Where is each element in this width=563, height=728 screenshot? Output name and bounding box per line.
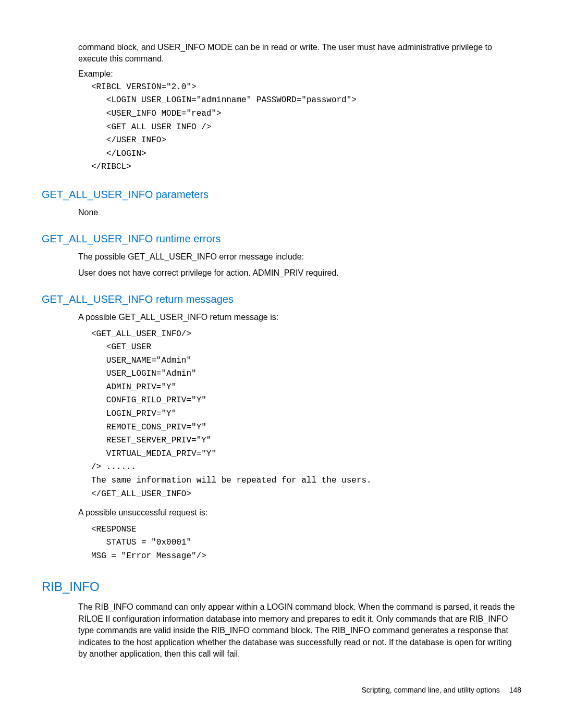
- heading-return-messages: GET_ALL_USER_INFO return messages: [42, 293, 521, 305]
- return-p1: A possible GET_ALL_USER_INFO return mess…: [78, 312, 521, 323]
- heading-runtime-errors: GET_ALL_USER_INFO runtime errors: [42, 233, 521, 245]
- code-block-unsuccessful: <RESPONSE STATUS = "0x0001" MSG = "Error…: [91, 523, 521, 563]
- example-label: Example:: [78, 69, 521, 79]
- return-p2: A possible unsuccessful request is:: [78, 507, 521, 519]
- rib-info-paragraph: The RIB_INFO command can only appear wit…: [78, 601, 521, 660]
- runtime-p1: The possible GET_ALL_USER_INFO error mes…: [78, 251, 521, 263]
- code-block-return: <GET_ALL_USER_INFO/> <GET_USER USER_NAME…: [91, 328, 521, 501]
- page-number: 148: [509, 686, 521, 694]
- heading-rib-info: RIB_INFO: [42, 579, 521, 594]
- runtime-p2: User does not have correct privilege for…: [78, 267, 521, 279]
- heading-parameters: GET_ALL_USER_INFO parameters: [42, 189, 521, 201]
- page-footer: Scripting, command line, and utility opt…: [42, 686, 521, 694]
- intro-paragraph: command block, and USER_INFO MODE can be…: [78, 42, 521, 65]
- footer-text: Scripting, command line, and utility opt…: [361, 686, 499, 694]
- params-body: None: [78, 207, 521, 218]
- code-block-example: <RIBCL VERSION="2.0"> <LOGIN USER_LOGIN=…: [91, 81, 521, 174]
- document-page: command block, and USER_INFO MODE can be…: [0, 0, 563, 715]
